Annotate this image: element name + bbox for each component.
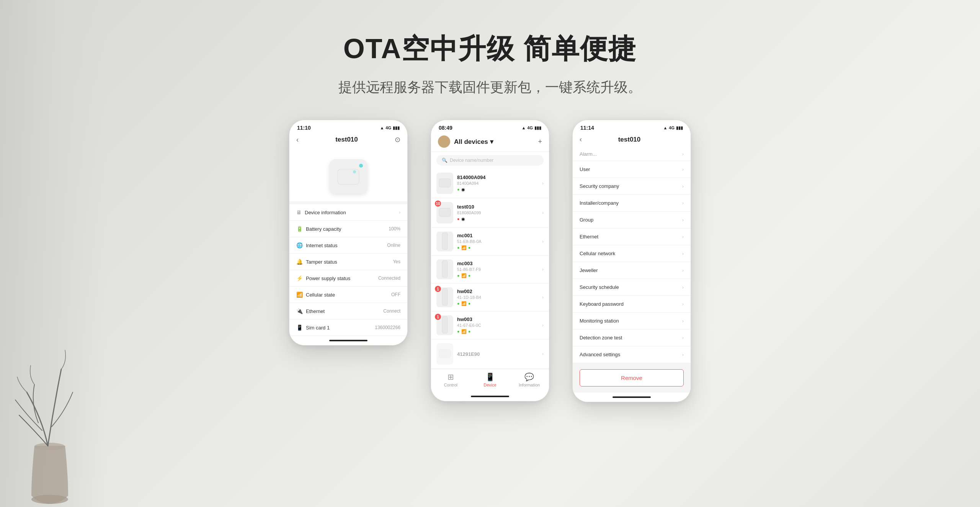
list-item[interactable]: 814000A094 81400A094 ● ◉ › bbox=[431, 169, 549, 198]
nav-device[interactable]: 📱 Device bbox=[470, 372, 510, 387]
svg-rect-9 bbox=[442, 316, 448, 333]
search-placeholder: Device name/number bbox=[450, 158, 493, 163]
settings-item-security-company[interactable]: Security company › bbox=[573, 178, 691, 195]
user-avatar[interactable] bbox=[438, 135, 450, 148]
settings-item-monitoring[interactable]: Monitoring station › bbox=[573, 313, 691, 329]
installer-arrow: › bbox=[682, 200, 684, 206]
device-info-arrow[interactable]: › bbox=[399, 210, 400, 215]
internet-value: Online bbox=[387, 243, 400, 248]
battery-label: Battery capacity bbox=[306, 226, 341, 232]
phone1-back-icon[interactable]: ‹ bbox=[296, 136, 299, 144]
signal-icon: ◉ bbox=[461, 217, 465, 222]
list-item[interactable]: 10 test010 818080A099 ● ◉ › bbox=[431, 198, 549, 228]
settings-item-detection[interactable]: Detection zone test › bbox=[573, 329, 691, 346]
alarm-label: Alarm... bbox=[580, 151, 597, 157]
settings-item-cellular[interactable]: Cellular network › bbox=[573, 245, 691, 262]
device-status-icons: ● 📶 ● bbox=[457, 245, 538, 250]
online-dot: ● bbox=[468, 273, 471, 278]
alarm-arrow: › bbox=[682, 151, 684, 157]
status-dot: ● bbox=[457, 273, 460, 278]
phone3-back-icon[interactable]: ‹ bbox=[580, 135, 582, 143]
sim-icon: 📱 bbox=[296, 324, 303, 331]
phone1-time: 11:10 bbox=[297, 125, 311, 131]
device-thumb: 10 bbox=[436, 202, 453, 223]
phone1-info-list: 🖥 Device information › 🔋 Battery capacit… bbox=[289, 204, 407, 336]
hub-device-svg bbox=[337, 166, 360, 187]
info-label: Information bbox=[519, 383, 540, 387]
settings-item-group[interactable]: Group › bbox=[573, 212, 691, 228]
device-thumb bbox=[436, 173, 453, 194]
device-id: 81400A094 bbox=[457, 181, 538, 186]
home-bar bbox=[329, 340, 368, 341]
device-info: 41291E90 bbox=[457, 351, 538, 357]
sub-title: 提供远程服务器下载固件更新包，一键系统升级。 bbox=[338, 78, 642, 97]
list-item: ⚡ Power supply status Connected bbox=[289, 270, 407, 287]
list-item: 🌐 Internet status Online bbox=[289, 237, 407, 254]
nav-control[interactable]: ⊞ Control bbox=[431, 372, 470, 387]
list-item: 📶 Cellular state OFF bbox=[289, 287, 407, 303]
phones-container: 11:10 ▲ 4G ▮▮▮ ‹ test010 ⊙ bbox=[289, 120, 691, 402]
phone2-device-list: 814000A094 81400A094 ● ◉ › 10 bbox=[431, 169, 549, 369]
device-id: 41-1D-18-B4 bbox=[457, 295, 538, 300]
jeweller-arrow: › bbox=[682, 267, 684, 273]
list-item[interactable]: 1 hw003 41-67-E6-0C ● 📶 ● › bbox=[431, 311, 549, 339]
phone3-nav-title: test010 bbox=[618, 136, 641, 143]
list-item-arrow: › bbox=[542, 323, 544, 328]
phone3-4g-label: 4G bbox=[669, 126, 675, 130]
phone1: 11:10 ▲ 4G ▮▮▮ ‹ test010 ⊙ bbox=[289, 120, 408, 346]
phone2-search-input[interactable]: 🔍 Device name/number bbox=[436, 155, 544, 166]
remove-button[interactable]: Remove bbox=[580, 369, 684, 386]
phone2-search-bar: 🔍 Device name/number bbox=[431, 152, 549, 169]
phone1-settings-icon[interactable]: ⊙ bbox=[395, 135, 400, 144]
settings-item-keyboard[interactable]: Keyboard password › bbox=[573, 296, 691, 313]
online-dot: ● bbox=[468, 245, 471, 250]
list-item: 🔋 Battery capacity 100% bbox=[289, 221, 407, 237]
list-item[interactable]: mc001 51-E8-B8-0A ● 📶 ● › bbox=[431, 228, 549, 256]
device-info: hw003 41-67-E6-0C ● 📶 ● bbox=[457, 316, 538, 334]
cellular-arrow: › bbox=[682, 251, 684, 256]
settings-item-ethernet[interactable]: Ethernet › bbox=[573, 228, 691, 245]
advanced-arrow: › bbox=[682, 352, 684, 357]
device-label: Device bbox=[483, 383, 497, 387]
settings-item-advanced[interactable]: Advanced settings › bbox=[573, 346, 691, 363]
main-content: OTA空中升级 简单便捷 提供远程服务器下载固件更新包，一键系统升级。 11:1… bbox=[0, 0, 980, 507]
list-item-arrow: › bbox=[542, 210, 544, 215]
settings-item-user[interactable]: User › bbox=[573, 161, 691, 178]
list-item[interactable]: 41291E90 › bbox=[431, 339, 549, 369]
list-item[interactable]: 1 hw002 41-1D-18-B4 ● 📶 ● › bbox=[431, 284, 549, 311]
device-status-icons: ● 📶 ● bbox=[457, 329, 538, 334]
search-icon: 🔍 bbox=[442, 158, 448, 163]
info-icon: 💬 bbox=[524, 372, 534, 381]
phone2-add-icon[interactable]: + bbox=[538, 138, 542, 146]
phone3-status-icons: ▲ 4G ▮▮▮ bbox=[663, 126, 683, 130]
phone1-status-icons: ▲ 4G ▮▮▮ bbox=[380, 126, 400, 130]
monitoring-arrow: › bbox=[682, 318, 684, 324]
svg-rect-6 bbox=[442, 233, 448, 249]
signal-bars: 📶 bbox=[461, 301, 467, 306]
status-dot: ● bbox=[457, 245, 460, 250]
list-item-arrow: › bbox=[542, 181, 544, 186]
home-bar bbox=[612, 396, 651, 398]
settings-item-security-schedule[interactable]: Security schedule › bbox=[573, 279, 691, 296]
settings-item-installer[interactable]: Installer/company › bbox=[573, 195, 691, 212]
phone1-device-image-area bbox=[289, 148, 407, 201]
main-title: OTA空中升级 简单便捷 bbox=[338, 31, 642, 67]
phone3-battery-icon: ▮▮▮ bbox=[676, 126, 683, 130]
internet-label: Internet status bbox=[306, 243, 337, 248]
group-arrow: › bbox=[682, 217, 684, 223]
device-status-icons: ● ◉ bbox=[457, 217, 538, 222]
device-name: test010 bbox=[457, 204, 538, 210]
status-dot: ● bbox=[457, 329, 460, 334]
phone2-status-bar: 08:49 ▲ 4G ▮▮▮ bbox=[431, 120, 549, 133]
settings-item-jeweller[interactable]: Jeweller › bbox=[573, 262, 691, 279]
svg-point-3 bbox=[353, 170, 356, 173]
phone2-bottom-nav: ⊞ Control 📱 Device 💬 Information bbox=[431, 369, 549, 392]
device-info: test010 818080A099 ● ◉ bbox=[457, 204, 538, 222]
phone1-nav: ‹ test010 ⊙ bbox=[289, 133, 407, 148]
security-schedule-label: Security schedule bbox=[580, 284, 619, 290]
tamper-icon: 🔔 bbox=[296, 259, 303, 265]
list-item[interactable]: mc003 51-86-B7-F9 ● 📶 ● › bbox=[431, 256, 549, 284]
phone2-nav: All devices ▾ + bbox=[431, 133, 549, 152]
nav-information[interactable]: 💬 Information bbox=[510, 372, 549, 387]
phone2-battery-icon: ▮▮▮ bbox=[534, 126, 541, 130]
